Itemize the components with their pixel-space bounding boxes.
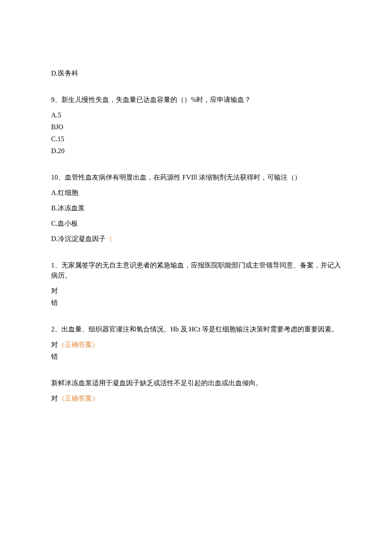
q9-option-c: C.15	[51, 134, 341, 144]
tf3-correct-mark: （正确答案）	[58, 395, 99, 402]
tf2-true: 对（正确答案）	[51, 340, 341, 350]
tf3-true-label: 对	[51, 395, 58, 402]
tf1-true: 对	[51, 286, 341, 296]
question-9: 9、新生儿慢性失血，失血量已达血容量的（）%时，应申请输血？ A.5 BJO C…	[51, 95, 341, 156]
tf-question-1: 1、无家属签字的无自主意识患者的紧急输血，应报医院职能部门或主管领导同意、备案，…	[51, 260, 341, 308]
tf3-text: 新鲜冰冻血浆适用于凝血因子缺乏或活性不足引起的出血或出血倾向。	[51, 378, 341, 388]
q8-option-d: D.医务科	[51, 68, 341, 78]
q10-option-a: A.红细胞	[51, 188, 341, 198]
q10-text: 10、血管性血友病伴有明显出血，在药源性 FVIll 浓缩制剂无法获得时，可输注…	[51, 172, 341, 183]
document-page: D.医务科 9、新生儿慢性失血，失血量已达血容量的（）%时，应申请输血？ A.5…	[0, 0, 392, 555]
tf1-text: 1、无家属签字的无自主意识患者的紧急输血，应报医院职能部门或主管领导同意、备案，…	[51, 260, 341, 281]
tf2-false: 错	[51, 352, 341, 362]
q10-option-d: D.冷沉淀凝血因子（	[51, 234, 341, 244]
tf3-true: 对（正确答案）	[51, 393, 341, 404]
q10-option-c: C.血小板	[51, 218, 341, 229]
q9-text: 9、新生儿慢性失血，失血量已达血容量的（）%时，应申请输血？	[51, 95, 341, 105]
q10-option-b: B.冰冻血浆	[51, 203, 341, 213]
q9-option-b: BJO	[51, 122, 341, 132]
tf1-false: 错	[51, 298, 341, 308]
q10-option-d-text: D.冷沉淀凝血因子	[51, 235, 106, 242]
tf-question-2: 2、出血量、组织器官灌注和氧合情况、Hb 及 HCt 等是红细胞输注决策时需要考…	[51, 324, 341, 362]
tf2-true-label: 对	[51, 341, 58, 348]
q10-option-d-mark: （	[106, 235, 112, 242]
tf-question-3: 新鲜冰冻血浆适用于凝血因子缺乏或活性不足引起的出血或出血倾向。 对（正确答案）	[51, 378, 341, 404]
tf2-correct-mark: （正确答案）	[58, 341, 99, 348]
q9-option-d: D.20	[51, 146, 341, 156]
q9-option-a: A.5	[51, 110, 341, 120]
question-10: 10、血管性血友病伴有明显出血，在药源性 FVIll 浓缩制剂无法获得时，可输注…	[51, 172, 341, 244]
tf2-text: 2、出血量、组织器官灌注和氧合情况、Hb 及 HCt 等是红细胞输注决策时需要考…	[51, 324, 341, 334]
